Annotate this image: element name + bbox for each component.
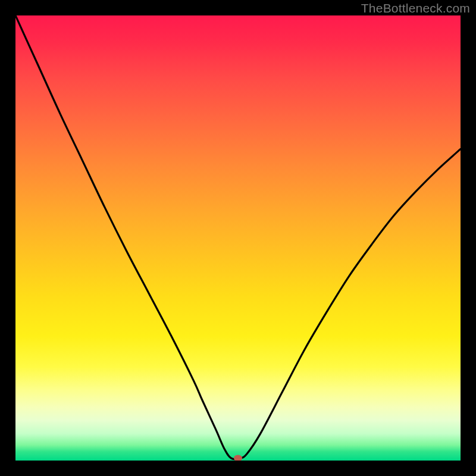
watermark-text: TheBottleneck.com bbox=[361, 1, 470, 15]
bottleneck-point-marker bbox=[234, 455, 242, 461]
plot-area bbox=[15, 15, 461, 461]
bottleneck-curve bbox=[15, 15, 461, 461]
chart-frame: TheBottleneck.com bbox=[0, 0, 476, 476]
